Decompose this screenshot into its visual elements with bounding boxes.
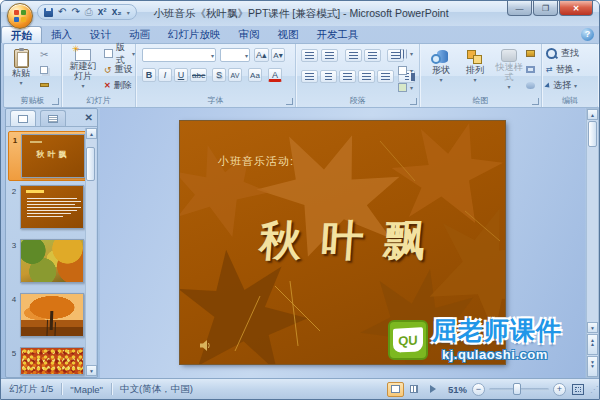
drawing-dialog-launcher-icon[interactable] — [532, 98, 539, 105]
undo-icon[interactable]: ↶ — [58, 7, 66, 17]
delete-button[interactable]: ✕删除 — [104, 79, 132, 92]
panel-close-icon[interactable]: ✕ — [85, 112, 93, 123]
fit-to-window-icon[interactable] — [572, 384, 584, 395]
customize-qat-icon[interactable]: ▾ — [127, 9, 130, 16]
slideshow-view-button[interactable] — [425, 382, 442, 397]
format-painter-button[interactable] — [40, 78, 49, 91]
save-icon[interactable] — [44, 8, 53, 17]
slides-tab[interactable] — [10, 110, 36, 126]
clipboard-dialog-launcher-icon[interactable] — [52, 98, 59, 105]
bold-button[interactable]: B — [142, 68, 156, 82]
restore-button[interactable]: ❐ — [533, 1, 558, 16]
scroll-thumb[interactable] — [588, 121, 597, 147]
shapes-icon — [431, 49, 451, 65]
previous-slide-button[interactable]: ▲▲ — [587, 334, 598, 355]
shape-fill-button[interactable] — [526, 47, 535, 60]
tab-design[interactable]: 设计 — [81, 26, 120, 43]
align-right-button[interactable] — [339, 70, 356, 83]
font-name-combo[interactable]: ▾ — [142, 48, 216, 62]
speaker-icon[interactable] — [200, 340, 212, 351]
slide-title-text[interactable]: 秋叶飘 — [180, 213, 505, 269]
scroll-down-icon[interactable]: ▼ — [587, 322, 598, 333]
font-dialog-launcher-icon[interactable] — [286, 98, 293, 105]
tab-slideshow[interactable]: 幻灯片放映 — [159, 26, 230, 43]
tab-view[interactable]: 视图 — [269, 26, 308, 43]
distribute-button[interactable] — [377, 70, 394, 83]
justify-button[interactable] — [358, 70, 375, 83]
numbering-button[interactable] — [321, 49, 338, 62]
font-size-combo[interactable]: ▾ — [220, 48, 250, 62]
resize-grip[interactable]: ⋰ — [590, 385, 599, 394]
tab-insert[interactable]: 插入 — [42, 26, 81, 43]
zoom-in-button[interactable]: + — [553, 383, 566, 396]
select-button[interactable]: 选择▾ — [546, 79, 577, 92]
slide-sorter-button[interactable] — [406, 382, 423, 397]
print-preview-icon[interactable]: ⎙ — [85, 7, 93, 17]
subscript-icon[interactable]: x₂ — [112, 7, 122, 17]
tab-review[interactable]: 审阅 — [230, 26, 269, 43]
italic-button[interactable]: I — [158, 68, 172, 82]
slide-indicator[interactable]: 幻灯片 1/5 — [1, 383, 61, 396]
theme-name[interactable]: "Maple" — [62, 384, 111, 395]
scroll-up-icon[interactable]: ▲ — [587, 109, 598, 120]
copy-button[interactable] — [40, 63, 48, 76]
text-shadow-button[interactable]: S — [212, 68, 226, 82]
align-center-button[interactable] — [320, 70, 337, 83]
shapes-button[interactable]: 形状▾ — [426, 46, 456, 94]
decrease-indent-button[interactable] — [345, 49, 362, 62]
zoom-slider-thumb[interactable] — [513, 383, 521, 395]
next-slide-button[interactable]: ▼▼ — [587, 356, 598, 377]
slideshow-icon — [430, 385, 436, 393]
strikethrough-button[interactable]: abe — [190, 68, 207, 82]
arrange-button[interactable]: 排列▾ — [460, 46, 490, 94]
slide-subtitle-text[interactable]: 小班音乐活动: — [218, 154, 294, 169]
zoom-slider[interactable] — [489, 388, 549, 391]
underline-button[interactable]: U — [174, 68, 188, 82]
layout-button[interactable]: 版式▾ — [104, 47, 135, 60]
zoom-out-button[interactable]: − — [472, 383, 485, 396]
paste-button[interactable]: 粘贴▾ — [7, 46, 35, 94]
tab-developer[interactable]: 开发工具 — [308, 26, 368, 43]
help-icon[interactable]: ? — [581, 28, 594, 41]
slide-thumbnail-2[interactable]: 2 — [8, 185, 88, 229]
character-spacing-button[interactable]: AV — [228, 68, 242, 82]
align-left-button[interactable] — [301, 70, 318, 83]
panel-scroll-thumb[interactable] — [86, 147, 95, 181]
find-button[interactable]: 查找 — [546, 47, 579, 60]
cut-button[interactable]: ✂ — [40, 48, 48, 61]
grow-font-button[interactable]: A▴ — [254, 48, 269, 62]
panel-scroll-down-icon[interactable]: ▼ — [86, 365, 97, 376]
shape-outline-button[interactable] — [526, 63, 535, 76]
language-indicator[interactable]: 中文(简体，中国) — [112, 383, 201, 396]
text-direction-button[interactable]: ▾ — [398, 47, 413, 60]
slide-thumbnail-4[interactable]: 4 — [8, 293, 88, 337]
normal-view-button[interactable] — [387, 382, 404, 397]
shrink-font-button[interactable]: A▾ — [271, 48, 285, 62]
replace-button[interactable]: ⇄替换▾ — [546, 63, 580, 76]
main-scrollbar[interactable]: ▲ ▼ ▲▲ ▼▼ — [586, 108, 599, 378]
new-slide-button[interactable]: ✳ 新建幻灯片▾ — [66, 46, 100, 94]
quick-styles-button[interactable]: 快速样式▾ — [492, 46, 526, 94]
bullets-button[interactable] — [301, 49, 318, 62]
slide-thumbnail-1[interactable]: 1 秋叶飘 — [8, 131, 88, 181]
reset-button[interactable]: ↺重设 — [104, 63, 133, 76]
minimize-button[interactable]: — — [507, 1, 532, 16]
superscript-icon[interactable]: x² — [98, 7, 107, 17]
slide-thumbnail-3[interactable]: 3 — [8, 239, 88, 283]
shape-fill-icon — [526, 50, 535, 57]
slide-thumbnail-5[interactable]: 5 — [8, 347, 88, 377]
panel-scroll-up-icon[interactable]: ▲ — [86, 128, 97, 139]
shape-effects-button[interactable] — [526, 79, 535, 92]
increase-indent-button[interactable] — [364, 49, 381, 62]
paragraph-dialog-launcher-icon[interactable] — [410, 98, 417, 105]
align-text-button[interactable]: ▾ — [398, 64, 413, 77]
change-case-button[interactable]: Aa — [248, 68, 262, 82]
zoom-level[interactable]: 51% — [443, 384, 472, 395]
close-button[interactable]: ✕ — [559, 1, 593, 16]
redo-icon[interactable]: ↷ — [71, 7, 79, 17]
office-button[interactable] — [7, 3, 33, 29]
convert-smartart-button[interactable]: ▾ — [398, 81, 413, 94]
outline-tab[interactable] — [40, 110, 66, 126]
font-color-button[interactable]: A — [268, 68, 282, 82]
panel-scrollbar[interactable]: ▲ ▼ — [85, 128, 96, 376]
